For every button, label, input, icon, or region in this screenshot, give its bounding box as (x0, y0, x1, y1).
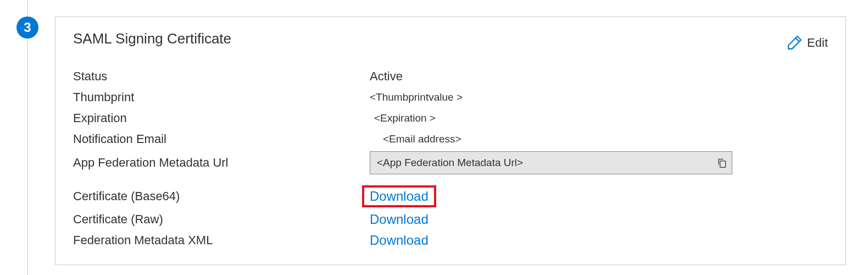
federation-url-input[interactable]: <App Federation Metadata Url> (370, 151, 732, 174)
thumbprint-row: Thumbprint <Thumbprintvalue > (73, 89, 828, 106)
metadata-xml-label: Federation Metadata XML (73, 233, 370, 248)
copy-icon[interactable] (716, 157, 727, 168)
status-value: Active (370, 69, 828, 84)
metadata-xml-download-link[interactable]: Download (370, 233, 429, 248)
notification-email-label: Notification Email (73, 132, 370, 146)
expiration-value: <Expiration > (370, 112, 828, 124)
cert-base64-highlight: Download (362, 185, 436, 207)
edit-button[interactable]: Edit (787, 36, 828, 50)
card-title: SAML Signing Certificate (73, 30, 231, 47)
thumbprint-value: <Thumbprintvalue > (370, 91, 828, 103)
expiration-row: Expiration <Expiration > (73, 109, 828, 127)
federation-url-value: <App Federation Metadata Url> (377, 157, 523, 169)
cert-raw-label: Certificate (Raw) (73, 212, 370, 227)
cert-raw-row: Certificate (Raw) Download (73, 211, 828, 228)
pencil-icon (787, 36, 802, 50)
cert-raw-download-link[interactable]: Download (370, 212, 429, 227)
cert-base64-download-link[interactable]: Download (370, 189, 429, 204)
status-label: Status (73, 69, 370, 84)
cert-base64-row: Certificate (Base64) Download (73, 185, 828, 207)
expiration-label: Expiration (73, 111, 370, 125)
svg-rect-0 (720, 161, 726, 168)
spacer (73, 178, 828, 182)
thumbprint-label: Thumbprint (73, 90, 370, 105)
step-number: 3 (24, 20, 31, 35)
notification-email-value: <Email address> (370, 133, 828, 145)
status-row: Status Active (73, 68, 828, 85)
step-number-badge: 3 (16, 16, 38, 38)
cert-base64-label: Certificate (Base64) (73, 189, 370, 204)
card-header: SAML Signing Certificate Edit (73, 30, 828, 50)
fields-list: Status Active Thumbprint <Thumbprintvalu… (73, 68, 828, 249)
saml-certificate-card: SAML Signing Certificate Edit Status Act… (55, 16, 846, 265)
federation-url-label: App Federation Metadata Url (73, 156, 370, 170)
edit-label: Edit (807, 36, 828, 50)
step-connector-line (27, 0, 28, 275)
notification-email-row: Notification Email <Email address> (73, 130, 828, 148)
federation-url-row: App Federation Metadata Url <App Federat… (73, 151, 828, 174)
metadata-xml-row: Federation Metadata XML Download (73, 232, 828, 249)
